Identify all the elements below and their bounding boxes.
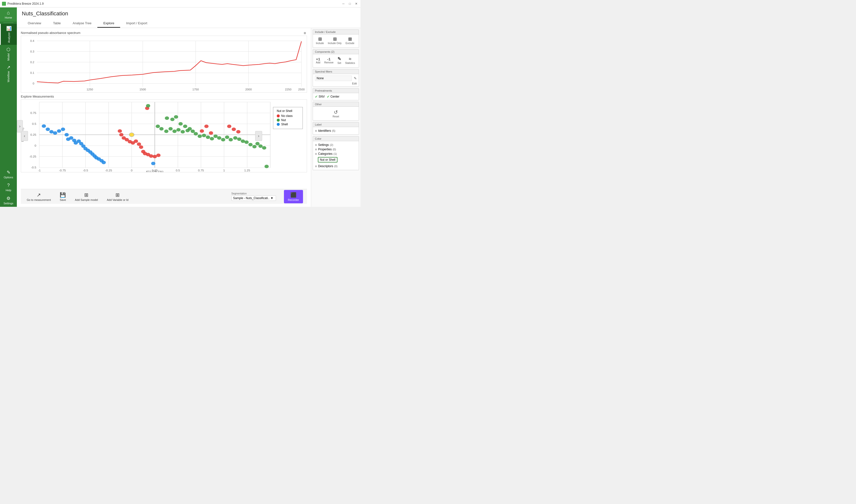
statistics-button[interactable]: ≈ Statistics: [344, 56, 356, 65]
svg-text:0.2: 0.2: [30, 61, 34, 64]
tab-explore[interactable]: Explore: [97, 19, 120, 28]
segmentation-group: Segmentation Sample - Nuts_Classificati.…: [231, 192, 276, 201]
svg-point-62: [61, 128, 65, 131]
options-label: Options: [4, 176, 13, 179]
tab-table[interactable]: Table: [47, 19, 67, 28]
settings-row[interactable]: ∧ Settings (2): [315, 143, 357, 147]
add-component-button[interactable]: +1 Add: [315, 56, 321, 65]
svg-point-113: [173, 129, 177, 133]
spectral-filter-edit-label[interactable]: Edit: [315, 82, 357, 85]
title-bar: Prediktera Breeze 2024.1.9 ─ □ ✕: [0, 0, 360, 7]
svg-point-96: [156, 154, 161, 157]
svg-text:0.75: 0.75: [198, 169, 204, 172]
properties-row[interactable]: ∨ Properties (0): [315, 147, 357, 151]
scatter-nav-left[interactable]: ‹: [21, 131, 28, 141]
sidebar-item-home[interactable]: ⌂ Home: [0, 7, 17, 21]
svg-point-99: [209, 131, 213, 135]
right-panel: Include / Exclude ⊞ Include ⊞ Include On…: [311, 28, 360, 207]
segmentation-select[interactable]: Sample - Nuts_Classificati.. ▼: [231, 195, 276, 201]
remove-comp-label: Remove: [324, 61, 334, 64]
include-button[interactable]: ⊞ Include: [315, 36, 325, 45]
page-title: Nuts_Classification: [22, 11, 356, 17]
svg-point-121: [202, 134, 206, 137]
svg-point-110: [159, 127, 163, 130]
svg-text:0: 0: [34, 144, 36, 147]
sidebar-item-workflow[interactable]: ↗ Workflow: [0, 62, 17, 84]
include-only-icon: ⊞: [333, 36, 337, 42]
home-icon: ⌂: [7, 10, 10, 16]
spectrum-menu-button[interactable]: ≡: [304, 31, 306, 35]
nut-or-shell-selected[interactable]: Nut or Shell: [318, 157, 337, 162]
nut-or-shell-item[interactable]: Nut or Shell: [318, 157, 357, 163]
categories-row[interactable]: ∧ Categories (1): [315, 151, 357, 156]
left-sidebar: ⌂ Home 📊 Analyzer ⬡ Model ↗ Workflow ✎ O…: [0, 7, 17, 207]
svg-point-139: [129, 133, 134, 137]
svg-point-127: [225, 136, 229, 139]
svg-text:0.5: 0.5: [32, 123, 36, 125]
svg-text:t[1] (79.1%): t[1] (79.1%): [146, 170, 163, 173]
svg-point-63: [65, 133, 69, 137]
legend-box: Nut or Shell No class Nut: [273, 107, 303, 129]
svg-point-95: [153, 155, 157, 158]
spectral-filters-row: None ✎: [315, 75, 357, 81]
properties-count: (0): [333, 148, 336, 151]
tab-import-export[interactable]: Import / Export: [120, 19, 153, 28]
svg-point-100: [227, 125, 231, 128]
maximize-button[interactable]: □: [347, 1, 352, 6]
include-only-button[interactable]: ⊞ Include Only: [327, 36, 343, 45]
recorder-button[interactable]: ⬛ Recorder: [284, 190, 303, 203]
components-section: Components (2) +1 Add -1 Remove: [313, 49, 359, 68]
tab-overview[interactable]: Overview: [22, 19, 47, 28]
spectrum-chart-title: Normalised pseudo absorbance spectrum: [21, 31, 307, 35]
scatter-chart: 0.75 0.5 0.25 0 -0.25 -0.5 -1 -0.75 -0.5: [21, 99, 307, 173]
tab-analyse-tree[interactable]: Analyse Tree: [67, 19, 97, 28]
svg-text:-0.25: -0.25: [105, 169, 112, 172]
descriptors-row[interactable]: ∨ Descriptors (0): [315, 164, 357, 168]
svg-point-82: [118, 129, 122, 133]
components-title: Components (2): [313, 50, 359, 54]
svg-point-126: [221, 138, 225, 141]
reset-button[interactable]: ↺ Reset: [315, 108, 357, 119]
sidebar-item-model[interactable]: ⬡ Model: [0, 45, 17, 62]
add-comp-icon: +1: [316, 57, 320, 61]
close-button[interactable]: ✕: [354, 1, 358, 6]
goto-measurement-button[interactable]: ↗ Go to measurement: [25, 191, 53, 202]
svg-point-102: [236, 130, 240, 133]
add-variable-button[interactable]: ⊞ Add Variable or Id: [105, 191, 130, 202]
goto-icon: ↗: [37, 192, 41, 198]
components-buttons: +1 Add -1 Remove ✎ Set: [315, 56, 357, 65]
svg-point-131: [241, 140, 245, 143]
save-button[interactable]: 💾 Save: [58, 191, 68, 202]
center-chip[interactable]: ✔ Center: [327, 95, 339, 98]
include-icon: ⊞: [318, 36, 322, 42]
sidebar-item-options[interactable]: ✎ Options: [3, 168, 13, 181]
components-content: +1 Add -1 Remove ✎ Set: [313, 54, 359, 67]
add-sample-model-button[interactable]: ⊞ Add Sample model: [73, 191, 100, 202]
svg-text:0: 0: [131, 169, 132, 172]
add-sample-icon: ⊞: [84, 192, 88, 198]
exclude-button[interactable]: ⊠ Exclude: [345, 36, 356, 45]
sidebar-item-help[interactable]: ? Help: [3, 181, 13, 194]
svg-point-90: [139, 145, 143, 149]
svg-point-103: [146, 104, 150, 107]
svg-text:0.4: 0.4: [30, 39, 34, 42]
snv-chip[interactable]: ✔ SNV: [315, 95, 325, 98]
spectral-filters-section: Spectral filters None ✎ Edit: [313, 69, 359, 87]
spectral-filter-edit-button[interactable]: ✎: [354, 76, 357, 80]
svg-point-104: [165, 116, 169, 120]
add-variable-icon: ⊞: [115, 192, 120, 198]
svg-text:-0.5: -0.5: [83, 169, 88, 172]
sidebar-item-settings[interactable]: ⚙ Settings: [3, 194, 13, 207]
sidebar-item-analyzer[interactable]: 📊 Analyzer: [0, 24, 17, 45]
app-icon: [2, 2, 6, 6]
identifiers-row[interactable]: ∧ Identifiers (5): [315, 128, 357, 133]
remove-component-button[interactable]: -1 Remove: [323, 56, 335, 65]
analyzer-label: Analyzer: [7, 32, 11, 43]
svg-point-129: [233, 136, 237, 140]
tabs: Overview Table Analyse Tree Explore Impo…: [22, 19, 356, 28]
set-component-button[interactable]: ✎ Set: [336, 56, 342, 65]
svg-point-123: [210, 137, 214, 140]
scatter-nav-right[interactable]: ›: [255, 131, 262, 141]
svg-point-108: [183, 125, 187, 128]
minimize-button[interactable]: ─: [341, 1, 345, 6]
